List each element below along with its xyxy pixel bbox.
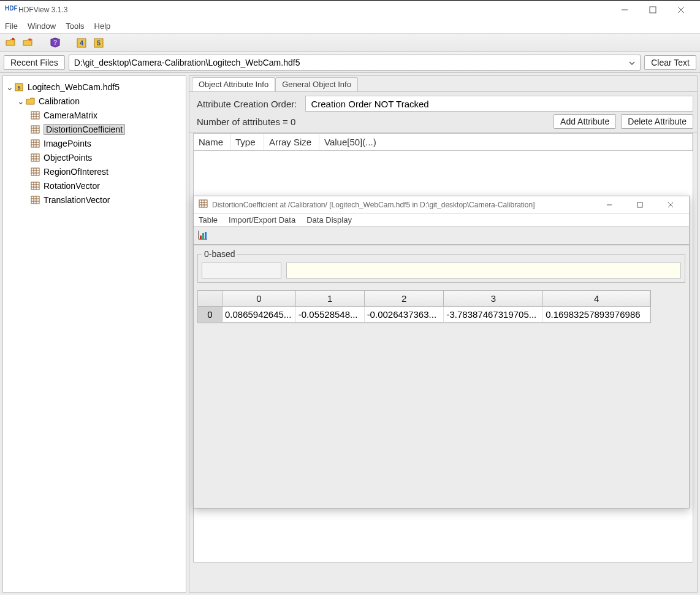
tree-dataset-translationvector[interactable]: TranslationVector [6, 193, 183, 207]
attr-col-type[interactable]: Type [230, 134, 264, 150]
close-file-icon[interactable] [22, 37, 34, 49]
tree-root-label: Logitech_WebCam.hdf5 [28, 82, 120, 92]
col-header-3[interactable]: 3 [444, 291, 543, 306]
window-title: HDFView 3.1.3 [18, 6, 67, 14]
tree-group-label: Calibration [39, 96, 80, 106]
dataset-window-titlebar[interactable]: DistortionCoefficient at /Calibration/ [… [194, 196, 689, 213]
hdf5-icon[interactable]: 5 [93, 37, 105, 49]
tab-general-object-info[interactable]: General Object Info [275, 77, 358, 91]
data-cell[interactable]: -0.0026437363... [365, 307, 444, 322]
child-close-button[interactable] [657, 200, 684, 210]
open-file-icon[interactable] [5, 37, 17, 49]
child-menu-data-display[interactable]: Data Display [306, 215, 352, 225]
tree-dataset-regionofinterest[interactable]: RegionOfInterest [6, 164, 183, 178]
collapse-icon[interactable]: ⌄ [6, 82, 14, 92]
recent-files-row: Recent Files D:\git_desktop\Camera-Calib… [0, 52, 700, 73]
help-icon[interactable]: ? [49, 37, 61, 49]
dataset-window-title: DistortionCoefficient at /Calibration/ [… [212, 201, 535, 209]
app-icon: HDF [5, 5, 15, 15]
dataset-window[interactable]: DistortionCoefficient at /Calibration/ [… [193, 196, 690, 509]
svg-text:5: 5 [17, 85, 20, 91]
index-select-left[interactable] [202, 263, 281, 278]
svg-text:5: 5 [97, 39, 101, 47]
data-table: 0 1 2 3 4 0 0.0865942645... -0.05528548.… [197, 290, 651, 323]
tree-dataset-label: CameraMatrix [44, 110, 97, 120]
svg-rect-16 [31, 126, 39, 133]
attr-col-name[interactable]: Name [194, 134, 230, 150]
hdf5-file-icon: 5 [14, 82, 25, 92]
attr-col-value[interactable]: Value[50](...) [319, 134, 693, 150]
row-header-0[interactable]: 0 [198, 307, 223, 322]
file-path-combo[interactable]: D:\git_desktop\Camera-Calibration\Logite… [69, 55, 641, 71]
svg-rect-59 [205, 232, 207, 239]
info-tabs: Object Attribute Info General Object Inf… [189, 76, 697, 92]
dataset-icon [30, 125, 41, 134]
menu-tools[interactable]: Tools [66, 21, 84, 31]
dataset-icon [199, 199, 208, 210]
menu-help[interactable]: Help [94, 21, 111, 31]
svg-rect-58 [202, 233, 204, 239]
data-cell[interactable]: 0.16983257893976986 [543, 307, 650, 322]
dataset-icon [30, 181, 41, 191]
toolbar: ? 4 5 [0, 34, 700, 52]
hdf4-icon[interactable]: 4 [76, 37, 88, 49]
maximize-button[interactable] [639, 1, 667, 19]
svg-rect-1 [650, 7, 656, 13]
num-attributes-label: Number of attributes = 0 [193, 115, 299, 128]
col-header-0[interactable]: 0 [223, 291, 296, 306]
menu-window[interactable]: Window [28, 21, 56, 31]
tree-dataset-distortioncoefficient[interactable]: DistortionCoefficient [6, 122, 183, 136]
clear-text-button[interactable]: Clear Text [644, 55, 696, 70]
collapse-icon[interactable]: ⌄ [17, 96, 25, 106]
delete-attribute-button[interactable]: Delete Attribute [621, 114, 693, 129]
dataset-icon [30, 195, 41, 205]
zero-based-label: 0-based [202, 249, 237, 259]
col-header-2[interactable]: 2 [365, 291, 444, 306]
right-pane: Object Attribute Info General Object Inf… [189, 75, 698, 593]
dataset-body: 0-based 0 1 2 3 4 [194, 245, 689, 508]
tree-dataset-cameramatrix[interactable]: CameraMatrix [6, 108, 183, 122]
svg-rect-36 [31, 182, 39, 190]
titlebar: HDF HDFView 3.1.3 [0, 1, 700, 19]
dataset-icon [30, 139, 41, 148]
child-menu-import-export[interactable]: Import/Export Data [229, 215, 295, 225]
attr-order-label: Attribute Creation Order: [193, 98, 300, 110]
data-cell[interactable]: -3.78387467319705... [444, 307, 543, 322]
data-cell[interactable]: -0.05528548... [296, 307, 365, 322]
dataset-menubar: Table Import/Export Data Data Display [194, 213, 689, 227]
tab-object-attribute-info[interactable]: Object Attribute Info [192, 77, 275, 91]
recent-files-button[interactable]: Recent Files [4, 55, 65, 70]
tree-dataset-label: TranslationVector [44, 195, 110, 205]
table-corner [198, 291, 223, 306]
add-attribute-button[interactable]: Add Attribute [554, 114, 616, 129]
table-row: 0 0.0865942645... -0.05528548... -0.0026… [198, 307, 650, 323]
svg-rect-46 [199, 200, 207, 207]
menu-file[interactable]: File [5, 21, 18, 31]
svg-rect-11 [31, 112, 39, 119]
tree-root[interactable]: ⌄ 5 Logitech_WebCam.hdf5 [6, 80, 183, 94]
dataset-icon [30, 153, 41, 163]
cell-value-display[interactable] [286, 263, 681, 278]
attr-order-value: Creation Order NOT Tracked [305, 96, 693, 112]
col-header-1[interactable]: 1 [296, 291, 365, 306]
tree-dataset-objectpoints[interactable]: ObjectPoints [6, 150, 183, 164]
dataset-toolbar [194, 227, 689, 245]
chart-icon[interactable] [197, 229, 208, 242]
minimize-button[interactable] [611, 1, 639, 19]
child-maximize-button[interactable] [626, 200, 653, 210]
child-minimize-button[interactable] [596, 200, 623, 210]
data-cell[interactable]: 0.0865942645... [223, 307, 296, 322]
svg-text:4: 4 [80, 39, 84, 47]
tree-dataset-imagepoints[interactable]: ImagePoints [6, 136, 183, 150]
tree-dataset-rotationvector[interactable]: RotationVector [6, 178, 183, 193]
attribute-panel: Attribute Creation Order: Creation Order… [189, 92, 697, 133]
menubar: File Window Tools Help [0, 19, 700, 34]
chevron-down-icon[interactable] [626, 58, 637, 69]
svg-rect-21 [31, 140, 39, 147]
col-header-4[interactable]: 4 [543, 291, 650, 306]
tree-group[interactable]: ⌄ Calibration [6, 94, 183, 108]
close-button[interactable] [667, 1, 695, 19]
attr-col-arraysize[interactable]: Array Size [264, 134, 319, 150]
tree-dataset-label: ObjectPoints [44, 153, 92, 163]
child-menu-table[interactable]: Table [199, 215, 218, 225]
